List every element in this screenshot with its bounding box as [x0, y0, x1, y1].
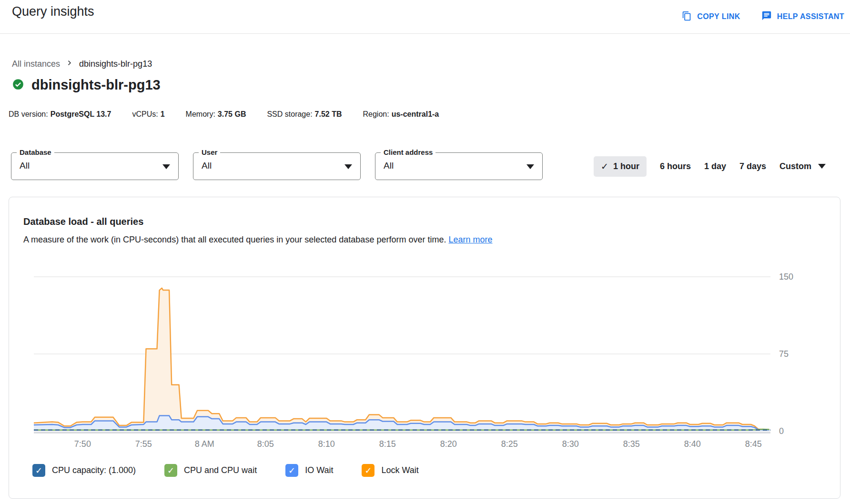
- time-range-group: ✓ 1 hour 6 hours 1 day 7 days Custom: [594, 156, 826, 177]
- legend-label: CPU capacity: (1.000): [52, 465, 136, 475]
- svg-text:8:10: 8:10: [318, 439, 335, 448]
- cpu-wait-checkbox[interactable]: ✓: [164, 464, 177, 477]
- header-actions: COPY LINK HELP ASSISTANT: [682, 0, 844, 33]
- user-filter-value: All: [202, 161, 212, 171]
- help-assistant-button[interactable]: HELP ASSISTANT: [761, 10, 844, 23]
- svg-text:8:35: 8:35: [623, 439, 640, 448]
- svg-text:0: 0: [779, 426, 784, 436]
- caret-down-icon: [344, 164, 352, 169]
- lock-wait-checkbox[interactable]: ✓: [362, 464, 374, 477]
- database-filter-select[interactable]: Database All: [11, 152, 179, 180]
- database-load-card: Database load - all queries A measure of…: [9, 197, 840, 499]
- check-icon: ✓: [167, 465, 174, 476]
- instance-name: dbinsights-blr-pg13: [31, 77, 161, 93]
- status-healthy-icon: [12, 78, 24, 92]
- svg-text:8 AM: 8 AM: [195, 439, 214, 448]
- caret-down-icon: [162, 164, 170, 169]
- database-load-chart[interactable]: 0751507:507:558 AM8:058:108:158:208:258:…: [23, 267, 833, 448]
- time-range-1-hour-selected[interactable]: ✓ 1 hour: [594, 156, 647, 177]
- help-assistant-label: HELP ASSISTANT: [777, 12, 844, 21]
- time-range-1-day[interactable]: 1 day: [704, 161, 726, 171]
- svg-text:150: 150: [779, 272, 793, 282]
- client-address-filter-value: All: [384, 161, 394, 171]
- copy-link-button[interactable]: COPY LINK: [682, 11, 740, 23]
- instance-title-row: dbinsights-blr-pg13: [12, 77, 161, 93]
- svg-text:8:20: 8:20: [440, 439, 457, 448]
- cpu-capacity-checkbox[interactable]: ✓: [32, 464, 45, 477]
- check-icon: ✓: [35, 465, 42, 476]
- svg-text:8:15: 8:15: [379, 439, 396, 448]
- svg-text:7:50: 7:50: [74, 439, 91, 448]
- meta-db-version: DB version:PostgreSQL 13.7: [9, 110, 111, 119]
- client-address-filter-label: Client address: [381, 148, 435, 156]
- breadcrumb: All instances dbinsights-blr-pg13: [12, 58, 152, 70]
- svg-text:7:55: 7:55: [135, 439, 152, 448]
- time-range-custom[interactable]: Custom: [779, 161, 826, 171]
- chat-icon: [761, 10, 772, 23]
- caret-down-icon: [818, 164, 826, 169]
- chart-description: A measure of the work (in CPU-seconds) t…: [23, 235, 840, 245]
- user-filter-select[interactable]: User All: [193, 152, 361, 180]
- page-header: Query insights COPY LINK HELP ASSISTANT: [0, 0, 850, 34]
- caret-down-icon: [526, 164, 534, 169]
- chart-legend: ✓ CPU capacity: (1.000) ✓ CPU and CPU wa…: [32, 464, 419, 477]
- time-range-custom-label: Custom: [779, 161, 811, 171]
- meta-memory: Memory:3.75 GB: [186, 110, 246, 119]
- check-icon: ✓: [601, 161, 608, 172]
- legend-item-cpu-capacity: ✓ CPU capacity: (1.000): [32, 464, 136, 477]
- learn-more-link[interactable]: Learn more: [448, 235, 492, 244]
- io-wait-checkbox[interactable]: ✓: [285, 464, 298, 477]
- time-range-7-days[interactable]: 7 days: [739, 161, 766, 171]
- svg-text:8:40: 8:40: [684, 439, 701, 448]
- meta-region: Region:us-central1-a: [363, 110, 439, 119]
- chevron-right-icon: [65, 58, 74, 70]
- check-icon: ✓: [288, 465, 295, 476]
- client-address-filter-select[interactable]: Client address All: [375, 152, 543, 180]
- user-filter-label: User: [199, 148, 220, 156]
- meta-ssd-storage: SSD storage:7.52 TB: [267, 110, 342, 119]
- filter-toolbar: Database All User All Client address All…: [11, 152, 826, 180]
- svg-text:8:05: 8:05: [257, 439, 274, 448]
- check-icon: ✓: [364, 465, 372, 476]
- breadcrumb-all-instances[interactable]: All instances: [12, 59, 60, 69]
- legend-label: CPU and CPU wait: [184, 465, 257, 475]
- page-title: Query insights: [12, 4, 94, 19]
- legend-item-io-wait: ✓ IO Wait: [285, 464, 333, 477]
- svg-text:75: 75: [779, 349, 789, 359]
- breadcrumb-current: dbinsights-blr-pg13: [79, 59, 152, 69]
- svg-text:8:45: 8:45: [745, 439, 762, 448]
- legend-item-lock-wait: ✓ Lock Wait: [362, 464, 418, 477]
- copy-link-label: COPY LINK: [697, 12, 740, 21]
- svg-text:8:25: 8:25: [501, 439, 518, 448]
- database-filter-label: Database: [17, 148, 54, 156]
- database-filter-value: All: [20, 161, 30, 171]
- time-range-1-hour-label: 1 hour: [613, 161, 639, 171]
- chart-canvas: 0751507:507:558 AM8:058:108:158:208:258:…: [23, 267, 833, 448]
- copy-icon: [682, 11, 692, 23]
- time-range-6-hours[interactable]: 6 hours: [660, 161, 691, 171]
- instance-meta: DB version:PostgreSQL 13.7 vCPUs:1 Memor…: [9, 110, 439, 119]
- legend-item-cpu-wait: ✓ CPU and CPU wait: [164, 464, 257, 477]
- chart-title: Database load - all queries: [23, 216, 840, 227]
- meta-vcpus: vCPUs:1: [132, 110, 164, 119]
- legend-label: IO Wait: [305, 465, 333, 475]
- legend-label: Lock Wait: [381, 465, 418, 475]
- svg-text:8:30: 8:30: [562, 439, 579, 448]
